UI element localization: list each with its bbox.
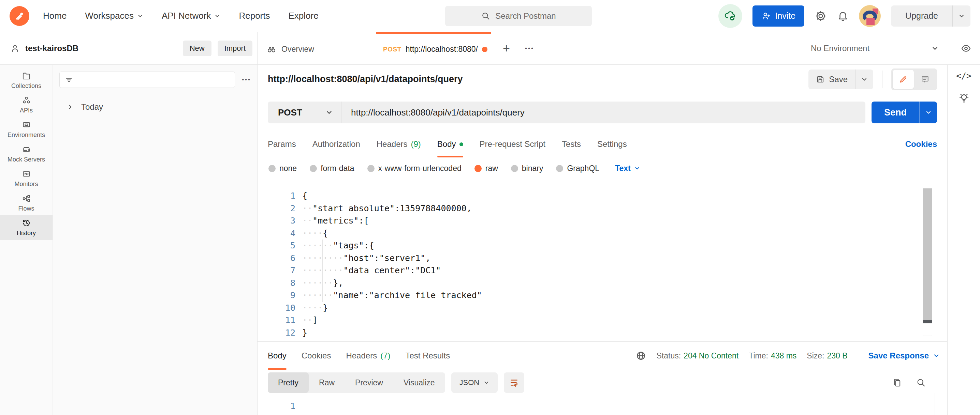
nav-api-network[interactable]: API Network — [162, 11, 221, 21]
code-line[interactable]: 12 } — [266, 327, 937, 337]
save-button[interactable]: Save — [808, 70, 855, 89]
indent-dots: ········ — [302, 265, 343, 277]
code-text: "tags":{ — [333, 239, 374, 252]
tab-params[interactable]: Params — [268, 131, 296, 157]
tab-label: Headers — [346, 351, 377, 361]
response-format-selector[interactable]: JSON — [451, 372, 498, 393]
tab-settings[interactable]: Settings — [597, 131, 627, 157]
view-preview[interactable]: Preview — [345, 372, 393, 393]
code-line[interactable]: 10 ···· } — [266, 302, 937, 315]
user-avatar[interactable] — [859, 5, 881, 27]
code-line[interactable]: 3 ·· "metrics":[ — [266, 215, 937, 227]
mode-binary[interactable]: binary — [511, 164, 543, 173]
mode-x-www-form-urlencoded[interactable]: x-www-form-urlencoded — [368, 164, 461, 173]
tab-options-icon[interactable]: ••• — [525, 45, 534, 52]
sidebar-item-collections[interactable]: Collections — [0, 68, 52, 93]
send-button[interactable]: Send — [872, 101, 919, 124]
upgrade-main[interactable]: Upgrade — [891, 5, 952, 27]
new-tab-button[interactable]: + — [503, 42, 510, 54]
nav-explore[interactable]: Explore — [288, 11, 318, 21]
send-dropdown[interactable] — [919, 101, 937, 124]
comments-button[interactable] — [915, 70, 935, 89]
import-button[interactable]: Import — [218, 41, 253, 56]
copy-icon[interactable] — [892, 377, 902, 388]
code-line[interactable]: 6 ········ "host":"server1", — [266, 252, 937, 265]
response-tab-body[interactable]: Body — [268, 342, 286, 370]
code-line[interactable]: 9 ······ "name":"archive_file_tracked" — [266, 289, 937, 302]
lightbulb-icon[interactable] — [958, 92, 970, 104]
workspace-header: test-kairosDB New Import — [0, 32, 258, 64]
code-line[interactable]: 5 ······ "tags":{ — [266, 239, 937, 252]
settings-gear-icon[interactable] — [815, 10, 827, 22]
sidebar-item-flows[interactable]: Flows — [0, 191, 52, 215]
editor-scrollbar[interactable] — [923, 188, 932, 336]
mode-form-data[interactable]: form-data — [310, 164, 354, 173]
sidebar-item-apis[interactable]: APIs — [0, 93, 52, 117]
invite-button[interactable]: Invite — [752, 5, 804, 27]
nav-reports[interactable]: Reports — [239, 11, 270, 21]
sidebar-item-mock-servers[interactable]: Mock Servers — [0, 142, 52, 166]
mode-none[interactable]: none — [269, 164, 297, 173]
line-number: 9 — [266, 289, 295, 302]
save-dropdown[interactable] — [855, 70, 873, 89]
sidebar-item-history[interactable]: History — [0, 215, 52, 240]
tab-authorization[interactable]: Authorization — [312, 131, 360, 157]
code-line[interactable]: 4 ···· { — [266, 227, 937, 240]
mode-raw[interactable]: raw — [474, 164, 498, 173]
network-globe-icon[interactable] — [635, 350, 646, 361]
language-selector[interactable]: Text — [615, 164, 640, 173]
search-input[interactable]: Search Postman — [445, 6, 592, 26]
url-input[interactable]: http://localhost:8080/api/v1/datapoints/… — [342, 101, 534, 124]
view-pretty[interactable]: Pretty — [268, 372, 309, 393]
sidebar-item-environments[interactable]: Environments — [0, 117, 52, 142]
tab-overview[interactable]: Overview — [258, 32, 376, 64]
tab-request-active[interactable]: POST http://localhost:8080/ — [376, 32, 491, 64]
tab-tests[interactable]: Tests — [562, 131, 581, 157]
upgrade-dropdown[interactable] — [952, 5, 970, 27]
tab-pre-request-script[interactable]: Pre-request Script — [480, 131, 546, 157]
search-response-icon[interactable] — [916, 377, 926, 388]
request-body-editor[interactable]: 1 { 2 ·· "start_absolute":1359788400000,… — [266, 187, 937, 337]
main-area: Collections APIs Environments Mock Serve… — [0, 65, 980, 415]
collections-folder-icon — [22, 71, 31, 81]
notifications-bell-icon[interactable] — [837, 10, 849, 22]
workspace-name[interactable]: test-kairosDB — [25, 44, 78, 53]
view-visualize[interactable]: Visualize — [393, 372, 445, 393]
response-tab-cookies[interactable]: Cookies — [302, 342, 331, 370]
nav-home[interactable]: Home — [43, 11, 67, 21]
tab-body[interactable]: Body — [437, 131, 463, 157]
size-badge[interactable]: Size:230 B — [807, 351, 847, 361]
edit-mode-button[interactable] — [892, 70, 914, 89]
tab-headers[interactable]: Headers(9) — [377, 131, 421, 157]
environment-quick-look[interactable] — [952, 32, 980, 64]
code-snippet-icon[interactable]: </> — [956, 71, 972, 81]
sync-status-icon[interactable] — [718, 4, 742, 28]
history-filter-input[interactable] — [59, 71, 235, 88]
method-selector[interactable]: POST — [268, 101, 342, 124]
code-line[interactable]: 8 ······ }, — [266, 277, 937, 290]
code-line[interactable]: 1 { — [266, 190, 937, 203]
time-badge[interactable]: Time:438 ms — [749, 351, 797, 361]
save-response-button[interactable]: Save Response — [869, 351, 940, 361]
environment-selector[interactable]: No Environment — [795, 32, 952, 64]
scrollbar-thumb[interactable] — [923, 188, 932, 320]
postman-logo-icon[interactable] — [10, 6, 29, 26]
code-line[interactable]: 7 ········ "data_center":"DC1" — [266, 265, 937, 277]
wrap-text-button[interactable] — [504, 372, 524, 393]
code-line[interactable]: 11 ·· ] — [266, 314, 937, 327]
response-body-editor[interactable]: 1 — [258, 396, 947, 415]
nav-workspaces[interactable]: Workspaces — [85, 11, 143, 21]
view-raw[interactable]: Raw — [309, 372, 345, 393]
sidebar-item-monitors[interactable]: Monitors — [0, 166, 52, 191]
history-options-icon[interactable]: ••• — [242, 76, 251, 83]
response-tab-test-results[interactable]: Test Results — [405, 342, 450, 370]
code-line[interactable]: 2 ·· "start_absolute":1359788400000, — [266, 203, 937, 215]
tab-label: Body — [268, 351, 286, 361]
history-group-today[interactable]: Today — [59, 102, 251, 112]
new-button[interactable]: New — [183, 41, 212, 56]
cookies-link[interactable]: Cookies — [905, 139, 937, 149]
save-floppy-icon — [816, 75, 825, 84]
status-badge[interactable]: Status:204 No Content — [657, 351, 739, 361]
mode-graphql[interactable]: GraphQL — [556, 164, 599, 173]
response-tab-headers[interactable]: Headers(7) — [346, 342, 390, 370]
